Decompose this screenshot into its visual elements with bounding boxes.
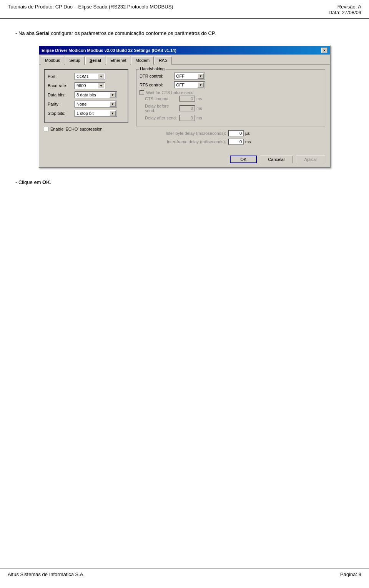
- parity-select[interactable]: None ▼: [75, 101, 117, 108]
- bottom-fields: Inter-byte delay (microseconds): 0 µs In…: [136, 130, 325, 145]
- parity-control: None ▼: [75, 101, 125, 108]
- echo-label: Enable 'ECHO' suppression: [50, 127, 103, 131]
- dialog-title: Elipse Driver Modicon Modbus v2.03 Build…: [42, 48, 176, 53]
- interframe-label: Inter-frame delay (miliseconds):: [136, 139, 228, 144]
- header-right: Revisão: A Data: 27/08/09: [329, 4, 361, 15]
- dtr-select[interactable]: OFF ▼: [174, 73, 205, 80]
- delay-before-row: Delay before send: 0 ms: [145, 104, 322, 113]
- instr1-before: Na aba: [18, 30, 36, 36]
- interbyte-value[interactable]: 0: [228, 130, 244, 136]
- cts-checkbox-row: Wait for CTS before send: [140, 90, 322, 95]
- delay-after-unit: ms: [196, 116, 202, 120]
- databits-control: 8 data bits ▼: [75, 91, 125, 98]
- delay-after-label: Delay after send:: [145, 116, 180, 120]
- dtr-dropdown-arrow[interactable]: ▼: [198, 73, 204, 79]
- cts-checkbox[interactable]: [140, 90, 144, 95]
- dash-2: -: [15, 179, 18, 185]
- baud-label: Baud rate:: [48, 83, 75, 88]
- baud-value: 9600: [76, 83, 86, 88]
- databits-select[interactable]: 8 data bits ▼: [75, 91, 117, 98]
- interbyte-unit: µs: [245, 131, 250, 136]
- tab-setup[interactable]: Setup: [65, 56, 85, 65]
- instr1-bold: Serial: [36, 30, 50, 36]
- serial-fields-group: Port: COM1 ▼ Baud rate:: [44, 69, 128, 123]
- parity-dropdown-arrow[interactable]: ▼: [110, 101, 116, 107]
- baud-control: 9600 ▼: [75, 82, 125, 89]
- tab-ras[interactable]: RAS: [155, 56, 172, 65]
- stopbits-dropdown-arrow[interactable]: ▼: [110, 111, 116, 116]
- baud-row: Baud rate: 9600 ▼: [48, 82, 125, 89]
- port-control: COM1 ▼: [75, 73, 125, 80]
- baud-dropdown-arrow[interactable]: ▼: [98, 83, 104, 88]
- dialog: Elipse Driver Modicon Modbus v2.03 Build…: [38, 45, 331, 168]
- baud-select[interactable]: 9600 ▼: [75, 82, 105, 89]
- footer-company: Altus Sistemas de Informática S.A.: [8, 571, 85, 577]
- dialog-close-button[interactable]: ×: [321, 48, 327, 53]
- interbyte-row: Inter-byte delay (microseconds): 0 µs: [136, 130, 325, 136]
- page-content: - Na aba Serial configurar os parâmetros…: [0, 19, 369, 206]
- delay-before-label: Delay before send:: [145, 104, 180, 113]
- ok-button[interactable]: OK: [230, 156, 257, 163]
- port-value: COM1: [76, 74, 90, 79]
- tab-modem[interactable]: Modem: [131, 56, 154, 65]
- echo-checkbox[interactable]: [44, 127, 48, 131]
- port-select[interactable]: COM1 ▼: [75, 73, 105, 80]
- delay-before-value: 0: [180, 105, 195, 111]
- rts-row: RTS control: OFF ▼: [140, 81, 322, 88]
- rts-label: RTS control:: [140, 83, 174, 87]
- port-label: Port:: [48, 74, 75, 79]
- instr1-after: configurar os parâmetros de comunicação …: [50, 30, 216, 36]
- left-panel: Port: COM1 ▼ Baud rate:: [44, 69, 128, 147]
- interframe-unit: ms: [245, 139, 251, 144]
- port-dropdown-arrow[interactable]: ▼: [98, 74, 104, 79]
- instr2-before: Clique em: [18, 179, 42, 185]
- stopbits-control: 1 stop bit ▼: [75, 110, 125, 117]
- delay-before-unit: ms: [196, 106, 202, 111]
- instruction-1: - Na aba Serial configurar os parâmetros…: [15, 30, 354, 36]
- databits-dropdown-arrow[interactable]: ▼: [110, 92, 116, 98]
- dialog-wrapper: Elipse Driver Modicon Modbus v2.03 Build…: [15, 45, 354, 168]
- rts-select[interactable]: OFF ▼: [174, 81, 205, 88]
- parity-value: None: [76, 102, 87, 106]
- dialog-titlebar: Elipse Driver Modicon Modbus v2.03 Build…: [39, 46, 330, 55]
- dialog-inner: Port: COM1 ▼ Baud rate:: [44, 69, 325, 147]
- databits-value: 8 data bits: [76, 93, 97, 97]
- delay-after-row: Delay after send: 0 ms: [145, 115, 322, 121]
- cts-timeout-label: CTS timeout:: [145, 96, 180, 101]
- stopbits-label: Stop bits:: [48, 111, 75, 116]
- parity-label: Parity:: [48, 102, 75, 106]
- right-panel: Handshaking DTR control: OFF ▼: [136, 69, 325, 147]
- instr2-bold: OK: [42, 179, 50, 185]
- date-label: Data: 27/08/09: [329, 10, 361, 15]
- instr2-after: .: [50, 179, 52, 185]
- cts-timeout-row: CTS timeout: 0 ms: [145, 96, 322, 102]
- databits-row: Data bits: 8 data bits ▼: [48, 91, 125, 98]
- cancel-button[interactable]: Cancelar: [260, 156, 293, 163]
- dialog-footer: OK Cancelar Aplicar: [39, 152, 330, 167]
- dtr-label: DTR control:: [140, 74, 174, 78]
- dtr-row: DTR control: OFF ▼: [140, 73, 322, 80]
- stopbits-row: Stop bits: 1 stop bit ▼: [48, 110, 125, 117]
- header-title: Tutoriais de Produto: CP Duo – Elipse Sc…: [8, 4, 173, 10]
- handshaking-form: DTR control: OFF ▼ RTS control:: [140, 73, 322, 121]
- dash-1: -: [15, 30, 18, 36]
- handshaking-title: Handshaking: [139, 66, 166, 71]
- databits-label: Data bits:: [48, 93, 75, 97]
- tab-serial[interactable]: Serial: [85, 56, 105, 65]
- interframe-value[interactable]: 0: [228, 139, 244, 145]
- dialog-body: Port: COM1 ▼ Baud rate:: [39, 64, 330, 152]
- rts-dropdown-arrow[interactable]: ▼: [198, 82, 204, 88]
- stopbits-select[interactable]: 1 stop bit ▼: [75, 110, 117, 117]
- parity-row: Parity: None ▼: [48, 101, 125, 108]
- cts-timeout-unit: ms: [196, 96, 202, 101]
- tab-modbus[interactable]: Modbus: [41, 56, 64, 65]
- rts-value: OFF: [175, 83, 185, 87]
- port-row: Port: COM1 ▼: [48, 73, 125, 80]
- instruction-2: - Clique em OK.: [15, 179, 354, 185]
- tab-ethernet[interactable]: Ethernet: [106, 56, 131, 65]
- apply-button[interactable]: Aplicar: [296, 156, 325, 163]
- delay-after-value: 0: [180, 115, 195, 121]
- interframe-row: Inter-frame delay (miliseconds): 0 ms: [136, 139, 325, 145]
- revision-label: Revisão: A: [329, 4, 361, 10]
- dialog-tabs: Modbus Setup Serial Ethernet Modem RAS: [39, 55, 330, 64]
